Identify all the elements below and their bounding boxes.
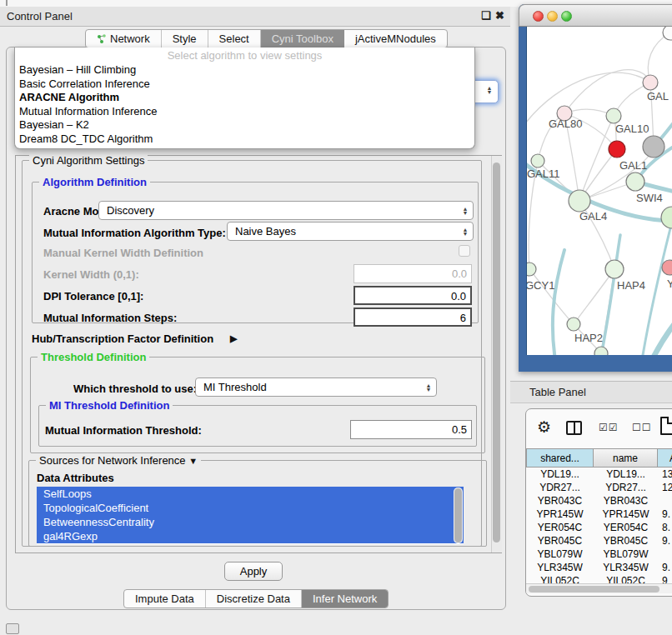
list-item-selected[interactable]: SelfLoops — [37, 487, 464, 501]
network-view-window: GAL GAL80 GAL10 GAL1 GAL11 SWI4 GAL4 GCY… — [519, 4, 672, 372]
network-node[interactable] — [594, 347, 608, 355]
tab-jactivemnodules[interactable]: jActiveMNodules — [344, 30, 447, 48]
tab-infer-network[interactable]: Infer Network — [302, 590, 388, 608]
network-node-gal1[interactable] — [626, 172, 644, 191]
tab-impute-data[interactable]: Impute Data — [124, 590, 206, 608]
mi-type-combobox[interactable]: Naive Bayes ▲▼ — [227, 222, 474, 241]
network-canvas[interactable]: GAL GAL80 GAL10 GAL1 GAL11 SWI4 GAL4 GCY… — [526, 27, 672, 355]
mi-type-label: Mutual Information Algorithm Type: — [43, 227, 226, 239]
tab-label: Infer Network — [313, 592, 377, 605]
select-all-icon[interactable]: ☑☑ — [599, 422, 619, 433]
expanded-arrow-icon[interactable]: ▼ — [188, 456, 198, 466]
hub-section-label[interactable]: Hub/Transcription Factor Definition — [32, 332, 213, 345]
mi-steps-input[interactable]: 6 — [354, 308, 472, 327]
table-hscrollbar-thumb[interactable] — [529, 586, 659, 592]
list-scrollbar-thumb[interactable] — [454, 488, 462, 542]
kernel-width-label: Kernel Width (0,1): — [43, 268, 139, 281]
network-node-gal10[interactable] — [606, 108, 621, 123]
list-item-selected[interactable]: BetweennessCentrality — [37, 515, 464, 529]
collapsed-arrow-icon[interactable]: ▶ — [230, 333, 237, 344]
network-graph — [527, 27, 672, 355]
tab-select[interactable]: Select — [208, 30, 261, 48]
table-row[interactable]: YBR043C YBR043C — [526, 494, 672, 508]
algorithm-definition-legend: Algorithm Definition — [39, 176, 150, 188]
network-node-selected-red[interactable] — [609, 141, 625, 158]
dropdown-item[interactable]: Dream8 DC_TDC Algorithm — [15, 132, 474, 147]
table-row[interactable]: YPR145W YPR145W 9. — [526, 508, 672, 521]
tab-cyni-toolbox[interactable]: Cyni Toolbox — [261, 30, 344, 48]
table-row[interactable]: YLR345W YLR345W 9. — [526, 561, 672, 574]
tab-label: Impute Data — [135, 592, 194, 605]
cyni-settings-legend: Cyni Algorithm Settings — [29, 154, 148, 167]
control-panel-title: Control Panel — [7, 10, 73, 22]
node-label: GAL11 — [527, 168, 560, 180]
tab-label: Select — [219, 32, 249, 45]
settings-scrollbar-thumb[interactable] — [493, 162, 500, 542]
deselect-all-icon[interactable]: ☐☐ — [632, 422, 652, 433]
minimize-button[interactable] — [547, 11, 558, 22]
screen: Control Panel ❏ ✖ Network Style Select C… — [0, 0, 672, 635]
dropdown-item-selected[interactable]: ARACNE Algorithm — [15, 91, 474, 105]
combo-stepper-icon: ▲▼ — [484, 86, 497, 94]
tab-label: Network — [110, 32, 150, 45]
kernel-width-input[interactable]: 0.0 — [354, 264, 472, 283]
cyni-mode-tabbar: Impute Data Discretize Data Infer Networ… — [123, 589, 389, 608]
table-row[interactable]: YER054C YER054C 8. — [526, 521, 672, 534]
list-item-selected[interactable]: gal4RGexp — [37, 529, 464, 543]
mi-threshold-input[interactable]: 0.5 — [350, 420, 472, 439]
combo-stepper-icon: ▲▼ — [459, 207, 473, 215]
control-panel-titlebar: Control Panel ❏ ✖ — [0, 7, 510, 27]
network-node-hap4[interactable] — [605, 260, 624, 278]
table-panel-body: ⚙ ☑☑ ☐☐ shared... name A YDL19... YDL19.… — [525, 408, 672, 597]
list-item-selected[interactable]: TopologicalCoefficient — [37, 501, 464, 515]
export-table-icon[interactable] — [660, 417, 672, 435]
table-row[interactable]: YBL079W YBL079W — [526, 548, 672, 561]
table-row[interactable]: YBR045C YBR045C 9. — [526, 534, 672, 548]
network-node-hap2[interactable] — [567, 318, 580, 331]
close-panel-icon[interactable]: ✖ — [495, 9, 504, 22]
table-hscrollbar-track[interactable] — [526, 583, 672, 593]
network-window-titlebar[interactable] — [519, 4, 672, 27]
network-node-gcy1[interactable] — [527, 262, 536, 276]
column-header-name[interactable]: name — [594, 448, 658, 468]
dpi-tolerance-input[interactable]: 0.0 — [354, 286, 472, 305]
network-node-salmon[interactable] — [662, 260, 672, 275]
network-node[interactable] — [643, 75, 658, 90]
apply-button[interactable]: Apply — [224, 562, 283, 581]
which-threshold-label: Which threshold to use: — [73, 382, 197, 395]
dropdown-item[interactable]: Bayesian – Hill Climbing — [15, 63, 474, 78]
network-node-gray[interactable] — [643, 136, 664, 158]
which-threshold-combobox[interactable]: MI Threshold ▲▼ — [195, 378, 437, 397]
network-node-swi4[interactable] — [661, 207, 672, 228]
combo-stepper-icon: ▲▼ — [423, 383, 436, 392]
tab-discretize-data[interactable]: Discretize Data — [206, 590, 302, 608]
float-panel-icon[interactable]: ❏ — [481, 9, 491, 22]
dropdown-item[interactable]: Bayesian – K2 — [15, 118, 474, 132]
tab-network[interactable]: Network — [86, 30, 162, 48]
network-node-gal11[interactable] — [531, 154, 544, 168]
table-row[interactable]: YDR27... YDR27... 12 — [526, 481, 672, 494]
data-attributes-list: SelfLoops TopologicalCoefficient Between… — [37, 487, 464, 544]
zoom-button[interactable] — [561, 11, 572, 22]
gear-icon[interactable]: ⚙ — [537, 419, 551, 436]
dpi-tolerance-label: DPI Tolerance [0,1]: — [43, 290, 143, 302]
list-scrollbar-track[interactable] — [454, 488, 463, 543]
manual-kernel-checkbox[interactable] — [459, 245, 470, 257]
split-columns-icon[interactable] — [566, 421, 582, 435]
panel-corner-widget[interactable] — [6, 623, 19, 634]
network-node[interactable] — [663, 27, 672, 40]
dropdown-item[interactable]: Basic Correlation Inference — [15, 78, 474, 92]
table-panel-title: Table Panel — [529, 386, 586, 398]
sources-legend[interactable]: Sources for Network Inference ▼ — [36, 454, 201, 467]
network-node-gal4[interactable] — [569, 190, 590, 212]
close-button[interactable] — [533, 11, 544, 22]
column-header-partial[interactable]: A — [658, 448, 672, 468]
table-panel-titlebar: Table Panel — [510, 381, 672, 403]
table-row[interactable]: YDL19... YDL19... 13 — [526, 468, 672, 481]
column-header-shared-name[interactable]: shared... — [526, 448, 594, 468]
network-nodes — [527, 27, 672, 355]
tab-style[interactable]: Style — [162, 30, 208, 48]
aracne-mode-combobox[interactable]: Discovery ▲▼ — [98, 201, 474, 220]
node-label: SWI4 — [636, 192, 663, 204]
dropdown-item[interactable]: Mutual Information Inference — [15, 105, 474, 119]
